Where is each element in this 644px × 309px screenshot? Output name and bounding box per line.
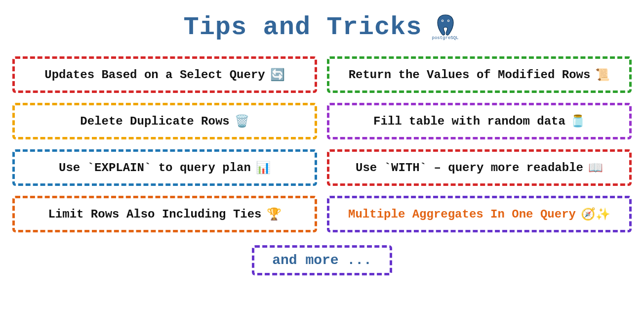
postgresql-logo: postgreSQL — [430, 12, 461, 43]
compass-sparkle-icon: 🧭✨ — [581, 207, 610, 221]
bar-chart-icon: 📊 — [256, 161, 271, 175]
logo-caption: postgreSQL — [432, 36, 459, 41]
tip-box: Multiple Aggregates In One Query🧭✨ — [327, 196, 632, 232]
svg-point-2 — [442, 20, 443, 21]
svg-point-3 — [448, 20, 449, 21]
trash-icon: 🗑️ — [235, 114, 249, 129]
and-more-box: and more ... — [252, 245, 392, 275]
tip-label: Return the Values of Modified Rows — [349, 68, 591, 82]
elephant-icon — [435, 14, 456, 37]
tip-label: Delete Duplicate Rows — [80, 115, 229, 128]
tip-label: Limit Rows Also Including Ties — [48, 208, 261, 221]
tip-label: Use `WITH` – query more readable — [356, 161, 583, 175]
tip-box: Updates Based on a Select Query🔄 — [12, 56, 317, 93]
scroll-icon: 📜 — [595, 68, 610, 82]
tip-box: Use `WITH` – query more readable📖 — [327, 149, 632, 186]
tip-box: Return the Values of Modified Rows📜 — [327, 56, 632, 93]
tips-grid: Updates Based on a Select Query🔄Return t… — [8, 56, 636, 232]
tip-label: Use `EXPLAIN` to query plan — [59, 161, 251, 175]
tip-label: Multiple Aggregates In One Query — [348, 208, 576, 221]
trophy-icon: 🏆 — [267, 207, 282, 221]
tip-box: Limit Rows Also Including Ties🏆 — [12, 196, 317, 232]
jar-icon: 🫙 — [570, 114, 585, 129]
header: Tips and Tricks postgreSQL — [183, 12, 460, 43]
and-more-label: and more ... — [272, 253, 372, 268]
tip-box: Delete Duplicate Rows🗑️ — [12, 103, 317, 139]
tip-box: Fill table with random data🫙 — [327, 103, 632, 139]
tip-label: Fill table with random data — [373, 115, 565, 128]
refresh-icon: 🔄 — [270, 68, 285, 82]
tip-box: Use `EXPLAIN` to query plan📊 — [12, 149, 317, 186]
page-title: Tips and Tricks — [183, 13, 422, 42]
tip-label: Updates Based on a Select Query — [44, 68, 265, 82]
book-icon: 📖 — [588, 161, 603, 175]
